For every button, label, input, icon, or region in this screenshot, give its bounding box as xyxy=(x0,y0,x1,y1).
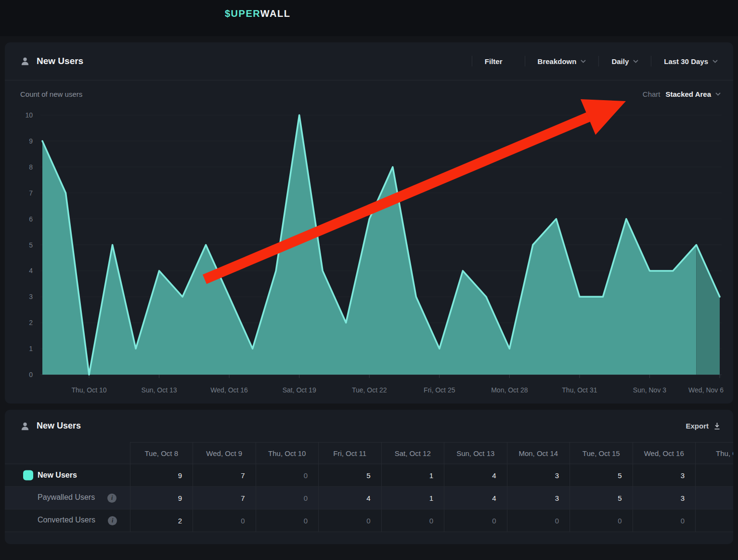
row-label-paywalled-users: Paywalled Usersi xyxy=(5,487,130,509)
table-value-cell: 3 xyxy=(633,464,696,487)
table-value-cell: 0 xyxy=(256,509,319,532)
table-value-cell: 0 xyxy=(193,509,256,532)
table-value-cell: 5 xyxy=(570,464,633,487)
y-axis-label: 7 xyxy=(29,189,33,197)
table-value-cell: 0 xyxy=(256,487,319,509)
table-column-header: Thu, Oct 10 xyxy=(256,443,319,464)
table-value-cell xyxy=(696,464,734,487)
area-line xyxy=(42,115,720,375)
table-value-cell: 7 xyxy=(193,464,256,487)
export-label: Export xyxy=(686,422,709,430)
chart-card-title: New Users xyxy=(37,56,83,66)
table-value-cell: 0 xyxy=(444,509,507,532)
granularity-dropdown[interactable]: Daily xyxy=(599,42,651,80)
x-axis-label: Sun, Nov 3 xyxy=(633,386,666,394)
x-axis-label: Thu, Oct 31 xyxy=(562,386,597,394)
y-axis-label: 2 xyxy=(29,319,33,326)
new-users-chart-card: New Users Filter Breakdown Daily Last 30… xyxy=(5,42,733,404)
series-legend-chip xyxy=(23,470,33,481)
row-label-converted-users: Converted Usersi xyxy=(5,509,130,532)
area-fill xyxy=(42,115,696,375)
table-value-cell: 7 xyxy=(193,487,256,509)
y-axis-label: 10 xyxy=(25,111,33,119)
breakdown-dropdown[interactable]: Breakdown xyxy=(525,42,599,80)
table-column-header: Fri, Oct 11 xyxy=(319,443,382,464)
chevron-down-icon xyxy=(581,60,586,63)
date-range-dropdown[interactable]: Last 30 Days xyxy=(651,42,721,80)
new-users-table-card: New Users Export Tue, Oct 8Wed, Oct 9Thu… xyxy=(5,410,733,544)
table-card-header: New Users Export xyxy=(5,410,733,442)
table-value-cell: 3 xyxy=(507,464,570,487)
table-value-cell: 2 xyxy=(130,509,193,532)
x-axis-label: Sat, Oct 19 xyxy=(283,386,316,394)
chevron-down-icon xyxy=(507,60,512,63)
annotation-arrow-head xyxy=(581,99,626,135)
superwall-logo[interactable]: $UPERWALL xyxy=(225,8,290,19)
table-value-cell: 5 xyxy=(319,464,382,487)
logo-suffix: WALL xyxy=(260,8,291,19)
x-axis-label: Sun, Oct 13 xyxy=(142,386,177,394)
x-axis-label: Mon, Oct 28 xyxy=(491,386,528,394)
export-button[interactable]: Export xyxy=(686,422,721,430)
table-value-cell: 9 xyxy=(130,487,193,509)
table-column-header: Mon, Oct 14 xyxy=(507,443,570,464)
table-value-cell: 9 xyxy=(130,464,193,487)
chart-subheader: Count of new users Chart Stacked Area xyxy=(20,89,721,99)
info-icon[interactable]: i xyxy=(107,494,117,503)
table-value-cell: 1 xyxy=(381,464,444,487)
chevron-down-icon xyxy=(633,60,638,63)
y-axis-label: 6 xyxy=(29,215,33,223)
x-axis-label: Tue, Oct 22 xyxy=(352,386,387,394)
chart-type-selector[interactable]: Chart Stacked Area xyxy=(643,90,721,98)
table-value-cell xyxy=(696,509,734,532)
table-value-cell: 3 xyxy=(507,487,570,509)
table-value-cell: 4 xyxy=(444,487,507,509)
breakdown-label: Breakdown xyxy=(538,57,577,65)
filter-dropdown[interactable]: Filter xyxy=(472,42,525,80)
y-axis-label: 9 xyxy=(29,137,33,145)
area-fill-partial-period xyxy=(696,245,720,375)
header-divider xyxy=(5,80,733,80)
table-column-header: Thu, O xyxy=(696,443,734,464)
x-axis-label: Thu, Oct 10 xyxy=(71,386,106,394)
table-value-cell: 5 xyxy=(570,487,633,509)
y-axis-label: 1 xyxy=(29,345,33,352)
table-column-header: Sat, Oct 12 xyxy=(381,443,444,464)
table-row: Paywalled Usersi970414353 xyxy=(5,487,733,509)
table-row: New Users970514353 xyxy=(5,464,733,487)
y-axis-label: 3 xyxy=(29,293,33,300)
chart-type-value: Stacked Area xyxy=(666,90,712,98)
table-value-cell: 4 xyxy=(444,464,507,487)
x-axis-label: Wed, Nov 6 xyxy=(688,386,724,394)
table-header-row: Tue, Oct 8Wed, Oct 9Thu, Oct 10Fri, Oct … xyxy=(5,443,733,464)
filter-label: Filter xyxy=(485,57,503,65)
y-axis-label: 5 xyxy=(29,241,33,249)
chevron-down-icon xyxy=(715,92,721,96)
table-corner-cell xyxy=(5,443,130,464)
table-value-cell: 1 xyxy=(381,487,444,509)
chart-controls: Filter Breakdown Daily Last 30 Days xyxy=(472,42,721,80)
y-axis-label: 0 xyxy=(29,371,33,378)
table-column-header: Wed, Oct 9 xyxy=(193,443,256,464)
chevron-down-icon xyxy=(712,60,718,63)
table-row: Converted Usersi200000000 xyxy=(5,509,733,532)
logo-prefix: $UPER xyxy=(225,8,260,19)
table-value-cell: 0 xyxy=(319,509,382,532)
y-axis-label: 4 xyxy=(29,267,33,274)
person-icon xyxy=(20,421,30,431)
table-column-header: Tue, Oct 15 xyxy=(570,443,633,464)
table-value-cell: 0 xyxy=(570,509,633,532)
table-value-cell: 4 xyxy=(319,487,382,509)
chart-subtitle: Count of new users xyxy=(20,90,82,98)
granularity-label: Daily xyxy=(611,57,629,65)
table-column-header: Tue, Oct 8 xyxy=(130,443,193,464)
table-value-cell xyxy=(696,487,734,509)
chart-type-label: Chart xyxy=(643,90,660,98)
table-value-cell: 3 xyxy=(633,487,696,509)
table-column-header: Wed, Oct 16 xyxy=(633,443,696,464)
table-column-header: Sun, Oct 13 xyxy=(444,443,507,464)
new-users-data-table: Tue, Oct 8Wed, Oct 9Thu, Oct 10Fri, Oct … xyxy=(5,442,733,532)
date-range-label: Last 30 Days xyxy=(664,57,708,65)
download-icon xyxy=(713,422,721,430)
info-icon[interactable]: i xyxy=(108,516,117,525)
